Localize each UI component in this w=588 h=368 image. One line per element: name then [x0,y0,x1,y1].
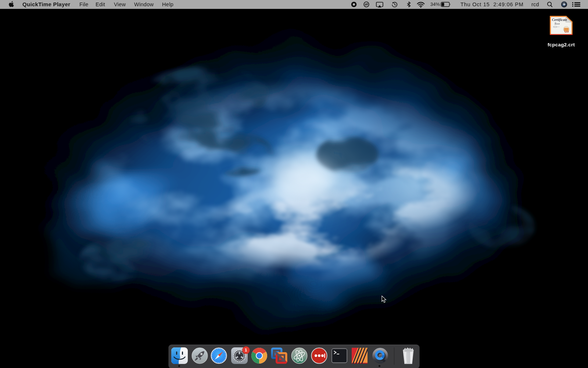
svg-text:Root: Root [554,22,560,25]
svg-text:Certificate: Certificate [552,18,567,22]
